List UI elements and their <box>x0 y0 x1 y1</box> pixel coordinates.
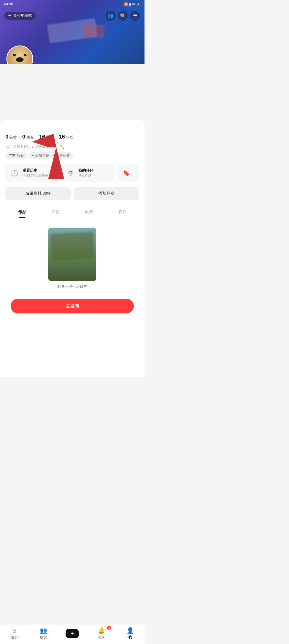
likes-stat[interactable]: 0 获赞 <box>5 134 17 140</box>
shield-icon: ☂ <box>8 14 12 18</box>
following-count: 16 <box>39 134 45 140</box>
tab-works[interactable]: 作品 <box>5 206 39 218</box>
avatar-image <box>7 46 32 64</box>
watch-history-title: 观看历史 <box>22 168 48 173</box>
zaizai-card[interactable]: 仔 我的仔仔 朋友广场 <box>61 164 114 182</box>
tab-private[interactable]: 私密 <box>39 206 72 218</box>
profile-banner: 04:38 📶 ▓ 69 ⚡ ☂ 青少年模式 👥 🔍 <box>0 0 144 64</box>
following-stat[interactable]: 16 关注 <box>39 134 54 140</box>
followers-count: 16 <box>59 134 65 140</box>
app-header: ☂ 青少年模式 👥 🔍 ☰ <box>0 0 144 24</box>
profile-info: 0 获赞 0 朋友 16 关注 16 粉丝 点击添加介绍，让大家认识你... ✏… <box>0 120 144 377</box>
tab-favorites-label: 收藏 <box>85 209 93 214</box>
add-friend-button[interactable]: 添加朋友 <box>74 187 139 200</box>
teen-mode-label: 青少年模式 <box>13 13 32 18</box>
action-buttons: 编辑资料 80% 添加朋友 <box>5 187 139 200</box>
search-icon: 🔍 <box>120 13 126 19</box>
zaizai-title: 我的仔仔 <box>78 168 93 173</box>
followers-label: 粉丝 <box>66 135 74 140</box>
bookmark-icon: 🔖 <box>121 168 131 178</box>
friends-button[interactable]: 👥 <box>105 11 116 21</box>
post-thumbnail[interactable] <box>48 228 96 281</box>
friends-count: 0 <box>22 134 25 140</box>
feature-cards: 🕐 观看历史 快速找到观看历史 仔 我的仔仔 朋友广场 🔖 <box>5 164 139 182</box>
zaizai-icon: 仔 <box>66 168 75 178</box>
stats-row: 0 获赞 0 朋友 16 关注 16 粉丝 <box>5 134 139 140</box>
edit-profile-button[interactable]: 编辑资料 80% <box>5 187 71 200</box>
post-preview: 分享一些生活日常 <box>5 223 139 293</box>
likes-count: 0 <box>5 134 8 140</box>
following-label: 关注 <box>46 135 54 140</box>
menu-icon: ☰ <box>133 13 137 19</box>
zaizai-subtitle: 朋友广场 <box>78 174 93 178</box>
bookmark-card[interactable]: 🔖 <box>117 164 139 182</box>
location-tag[interactable]: 广东·汕头 <box>5 152 27 159</box>
edit-bio-icon: ✏️ <box>59 144 64 149</box>
tab-likes-label: 喜欢 <box>119 209 127 214</box>
search-button[interactable]: 🔍 <box>118 11 128 21</box>
header-icons: 👥 🔍 ☰ <box>105 11 140 21</box>
watch-history-icon: 🕐 <box>10 168 19 178</box>
teen-mode-button[interactable]: ☂ 青少年模式 <box>4 12 36 20</box>
add-tags-button[interactable]: + 添加学校、性别等标签 <box>29 152 73 159</box>
tab-favorites[interactable]: 收藏 <box>72 206 106 218</box>
menu-button[interactable]: ☰ <box>130 11 140 21</box>
publish-button[interactable]: 去发布 <box>11 299 134 313</box>
banner-decoration2 <box>82 23 105 39</box>
tab-works-label: 作品 <box>18 209 26 214</box>
avatar[interactable] <box>6 45 33 64</box>
bio-text: 点击添加介绍，让大家认识你... <box>5 144 57 149</box>
likes-label: 获赞 <box>9 135 17 140</box>
tags-row: 广东·汕头 + 添加学校、性别等标签 <box>5 152 139 159</box>
bio-row[interactable]: 点击添加介绍，让大家认识你... ✏️ <box>5 144 139 149</box>
tab-likes[interactable]: 喜欢 <box>106 206 139 218</box>
friends-icon: 👥 <box>108 13 113 19</box>
watch-history-subtitle: 快速找到观看历史 <box>22 174 48 178</box>
watch-history-card[interactable]: 🕐 观看历史 快速找到观看历史 <box>5 164 58 182</box>
followers-stat[interactable]: 16 粉丝 <box>59 134 74 140</box>
post-description: 分享一些生活日常 <box>57 284 87 289</box>
tabs-row: 作品 私密 收藏 喜欢 <box>5 206 139 218</box>
friends-stat[interactable]: 0 朋友 <box>22 134 34 140</box>
tab-private-label: 私密 <box>52 209 60 214</box>
friends-label: 朋友 <box>26 135 34 140</box>
